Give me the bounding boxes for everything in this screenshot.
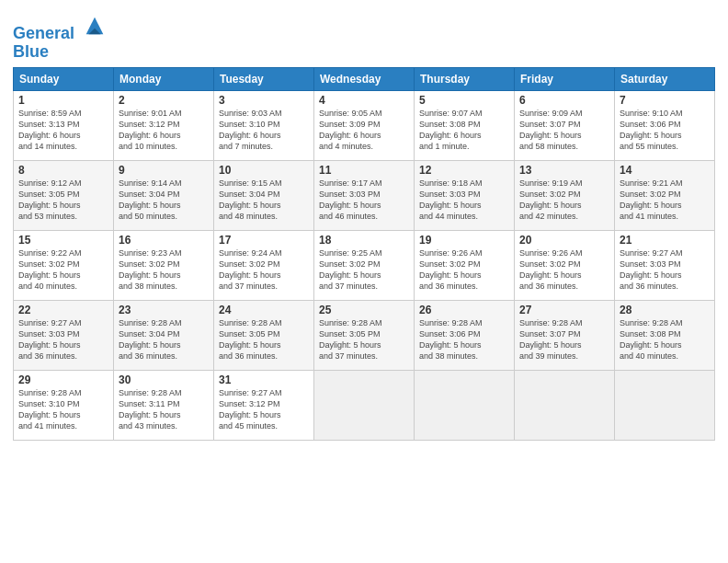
calendar-cell: 15Sunrise: 9:22 AM Sunset: 3:02 PM Dayli…	[14, 230, 114, 300]
day-number: 12	[419, 164, 509, 177]
calendar-cell: 17Sunrise: 9:24 AM Sunset: 3:02 PM Dayli…	[214, 230, 314, 300]
day-info: Sunrise: 9:28 AM Sunset: 3:10 PM Dayligh…	[18, 387, 108, 432]
calendar-cell: 1Sunrise: 8:59 AM Sunset: 3:13 PM Daylig…	[14, 90, 114, 160]
calendar-cell: 26Sunrise: 9:28 AM Sunset: 3:06 PM Dayli…	[415, 300, 515, 370]
day-info: Sunrise: 9:28 AM Sunset: 3:04 PM Dayligh…	[119, 317, 209, 362]
day-number: 18	[319, 234, 409, 247]
calendar-cell: 28Sunrise: 9:28 AM Sunset: 3:08 PM Dayli…	[615, 300, 715, 370]
day-info: Sunrise: 8:59 AM Sunset: 3:13 PM Dayligh…	[18, 108, 108, 153]
day-number: 27	[519, 304, 609, 316]
day-info: Sunrise: 9:28 AM Sunset: 3:05 PM Dayligh…	[219, 317, 309, 362]
calendar-cell: 10Sunrise: 9:15 AM Sunset: 3:04 PM Dayli…	[214, 160, 314, 230]
day-number: 29	[18, 373, 108, 386]
day-number: 9	[119, 164, 209, 177]
day-info: Sunrise: 9:19 AM Sunset: 3:02 PM Dayligh…	[519, 178, 609, 223]
day-number: 15	[18, 234, 108, 247]
calendar-cell: 7Sunrise: 9:10 AM Sunset: 3:06 PM Daylig…	[615, 90, 715, 160]
calendar-cell	[615, 370, 715, 440]
day-number: 13	[519, 164, 609, 177]
day-number: 11	[319, 164, 409, 177]
calendar-cell: 18Sunrise: 9:25 AM Sunset: 3:02 PM Dayli…	[314, 230, 415, 300]
calendar-week-5: 29Sunrise: 9:28 AM Sunset: 3:10 PM Dayli…	[14, 370, 715, 440]
calendar-cell: 11Sunrise: 9:17 AM Sunset: 3:03 PM Dayli…	[314, 160, 415, 230]
calendar-cell: 19Sunrise: 9:26 AM Sunset: 3:02 PM Dayli…	[415, 230, 515, 300]
day-info: Sunrise: 9:07 AM Sunset: 3:08 PM Dayligh…	[419, 108, 509, 153]
calendar-header-row: SundayMondayTuesdayWednesdayThursdayFrid…	[14, 67, 715, 90]
day-number: 16	[119, 234, 209, 247]
day-info: Sunrise: 9:28 AM Sunset: 3:07 PM Dayligh…	[519, 317, 609, 362]
calendar-week-4: 22Sunrise: 9:27 AM Sunset: 3:03 PM Dayli…	[14, 300, 715, 370]
calendar-cell: 27Sunrise: 9:28 AM Sunset: 3:07 PM Dayli…	[515, 300, 615, 370]
calendar-cell: 2Sunrise: 9:01 AM Sunset: 3:12 PM Daylig…	[114, 90, 214, 160]
day-info: Sunrise: 9:09 AM Sunset: 3:07 PM Dayligh…	[519, 108, 609, 153]
calendar-cell: 23Sunrise: 9:28 AM Sunset: 3:04 PM Dayli…	[114, 300, 214, 370]
calendar-cell	[515, 370, 615, 440]
day-info: Sunrise: 9:10 AM Sunset: 3:06 PM Dayligh…	[620, 108, 710, 153]
day-info: Sunrise: 9:28 AM Sunset: 3:08 PM Dayligh…	[620, 317, 710, 362]
day-number: 17	[219, 234, 309, 247]
calendar-cell: 21Sunrise: 9:27 AM Sunset: 3:03 PM Dayli…	[615, 230, 715, 300]
col-header-friday: Friday	[515, 67, 615, 90]
calendar-cell: 9Sunrise: 9:14 AM Sunset: 3:04 PM Daylig…	[114, 160, 214, 230]
day-info: Sunrise: 9:18 AM Sunset: 3:03 PM Dayligh…	[419, 178, 509, 223]
logo-text2: Blue	[13, 43, 108, 62]
day-info: Sunrise: 9:28 AM Sunset: 3:05 PM Dayligh…	[319, 317, 409, 362]
day-info: Sunrise: 9:28 AM Sunset: 3:11 PM Dayligh…	[119, 387, 209, 432]
day-number: 10	[219, 164, 309, 177]
calendar-table: SundayMondayTuesdayWednesdayThursdayFrid…	[13, 67, 715, 441]
calendar-cell: 24Sunrise: 9:28 AM Sunset: 3:05 PM Dayli…	[214, 300, 314, 370]
logo: General Blue	[13, 13, 108, 62]
day-number: 14	[620, 164, 710, 177]
calendar-cell: 30Sunrise: 9:28 AM Sunset: 3:11 PM Dayli…	[114, 370, 214, 440]
calendar-cell: 6Sunrise: 9:09 AM Sunset: 3:07 PM Daylig…	[515, 90, 615, 160]
day-number: 22	[18, 304, 108, 316]
calendar-cell: 20Sunrise: 9:26 AM Sunset: 3:02 PM Dayli…	[515, 230, 615, 300]
day-number: 6	[519, 94, 609, 107]
day-number: 4	[319, 94, 409, 107]
day-info: Sunrise: 9:26 AM Sunset: 3:02 PM Dayligh…	[419, 247, 509, 293]
col-header-sunday: Sunday	[14, 67, 114, 90]
day-info: Sunrise: 9:01 AM Sunset: 3:12 PM Dayligh…	[119, 108, 209, 153]
day-number: 20	[519, 234, 609, 247]
day-number: 5	[419, 94, 509, 107]
col-header-tuesday: Tuesday	[214, 67, 314, 90]
day-info: Sunrise: 9:05 AM Sunset: 3:09 PM Dayligh…	[319, 108, 409, 153]
col-header-thursday: Thursday	[415, 67, 515, 90]
col-header-monday: Monday	[114, 67, 214, 90]
logo-icon	[82, 13, 108, 39]
calendar-cell	[314, 370, 415, 440]
calendar-cell: 29Sunrise: 9:28 AM Sunset: 3:10 PM Dayli…	[14, 370, 114, 440]
day-number: 19	[419, 234, 509, 247]
day-number: 26	[419, 304, 509, 316]
day-info: Sunrise: 9:15 AM Sunset: 3:04 PM Dayligh…	[219, 178, 309, 223]
calendar-cell: 4Sunrise: 9:05 AM Sunset: 3:09 PM Daylig…	[314, 90, 415, 160]
day-info: Sunrise: 9:23 AM Sunset: 3:02 PM Dayligh…	[119, 247, 209, 293]
day-info: Sunrise: 9:12 AM Sunset: 3:05 PM Dayligh…	[18, 178, 108, 223]
day-info: Sunrise: 9:27 AM Sunset: 3:03 PM Dayligh…	[620, 247, 710, 293]
day-info: Sunrise: 9:03 AM Sunset: 3:10 PM Dayligh…	[219, 108, 309, 153]
calendar-week-1: 1Sunrise: 8:59 AM Sunset: 3:13 PM Daylig…	[14, 90, 715, 160]
day-number: 31	[219, 373, 309, 386]
calendar-week-3: 15Sunrise: 9:22 AM Sunset: 3:02 PM Dayli…	[14, 230, 715, 300]
day-info: Sunrise: 9:27 AM Sunset: 3:12 PM Dayligh…	[219, 387, 309, 432]
calendar-cell: 25Sunrise: 9:28 AM Sunset: 3:05 PM Dayli…	[314, 300, 415, 370]
calendar-cell: 16Sunrise: 9:23 AM Sunset: 3:02 PM Dayli…	[114, 230, 214, 300]
day-number: 23	[119, 304, 209, 316]
calendar-cell: 8Sunrise: 9:12 AM Sunset: 3:05 PM Daylig…	[14, 160, 114, 230]
day-number: 24	[219, 304, 309, 316]
day-number: 1	[18, 94, 108, 107]
col-header-saturday: Saturday	[615, 67, 715, 90]
page-header: General Blue	[13, 9, 715, 62]
day-number: 2	[119, 94, 209, 107]
day-number: 8	[18, 164, 108, 177]
day-info: Sunrise: 9:26 AM Sunset: 3:02 PM Dayligh…	[519, 247, 609, 293]
day-number: 30	[119, 373, 209, 386]
day-number: 28	[620, 304, 710, 316]
calendar-week-2: 8Sunrise: 9:12 AM Sunset: 3:05 PM Daylig…	[14, 160, 715, 230]
day-info: Sunrise: 9:17 AM Sunset: 3:03 PM Dayligh…	[319, 178, 409, 223]
calendar-cell: 31Sunrise: 9:27 AM Sunset: 3:12 PM Dayli…	[214, 370, 314, 440]
calendar-cell: 3Sunrise: 9:03 AM Sunset: 3:10 PM Daylig…	[214, 90, 314, 160]
calendar-cell: 14Sunrise: 9:21 AM Sunset: 3:02 PM Dayli…	[615, 160, 715, 230]
day-number: 3	[219, 94, 309, 107]
day-info: Sunrise: 9:21 AM Sunset: 3:02 PM Dayligh…	[620, 178, 710, 223]
